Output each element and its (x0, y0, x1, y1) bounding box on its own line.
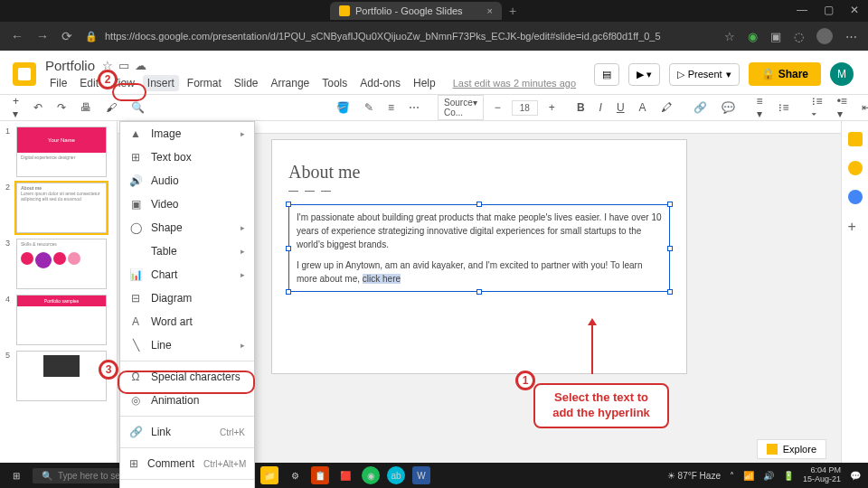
office-icon[interactable]: 📋 (311, 466, 329, 484)
border-color-icon[interactable]: ✎ (361, 99, 377, 117)
notifications-icon[interactable]: 💬 (850, 471, 861, 481)
slideshow-dropdown[interactable]: ▶ ▾ (628, 63, 660, 86)
undo-icon[interactable]: ↶ (30, 99, 46, 117)
add-panel-icon[interactable]: + (848, 219, 863, 233)
print-icon[interactable]: 🖶 (77, 99, 95, 117)
body-paragraph-2[interactable]: I grew up in Anytown, am an avid kayaker… (297, 258, 662, 286)
insert-line[interactable]: ╲Line▸ (120, 333, 254, 357)
new-slide-button[interactable]: + ▾ (9, 92, 23, 123)
menu-insert[interactable]: Insert (143, 75, 179, 91)
profile-icon[interactable] (816, 28, 833, 44)
insert-table[interactable]: Table▸ (120, 239, 254, 263)
decrease-size-icon[interactable]: − (491, 99, 505, 117)
redo-icon[interactable]: ↷ (53, 99, 70, 117)
user-avatar[interactable]: M (830, 62, 854, 86)
keep-icon[interactable] (848, 161, 863, 175)
ext1-icon[interactable]: ◉ (748, 30, 758, 43)
insert-shape[interactable]: ◯Shape▸ (120, 216, 254, 239)
tasks-icon[interactable] (848, 190, 863, 204)
insert-diagram[interactable]: ⊟Diagram (120, 286, 254, 310)
numbered-list-icon[interactable]: ⫶≡ ▾ (807, 92, 826, 123)
ext3-icon[interactable]: ◌ (794, 30, 804, 43)
body-paragraph-1[interactable]: I'm passionate about building great prod… (297, 211, 662, 251)
insert-wordart[interactable]: AWord art (120, 310, 254, 333)
bold-icon[interactable]: B (573, 99, 589, 117)
ext2-icon[interactable]: ▣ (770, 30, 781, 43)
thumbnail-2[interactable]: About meLorem ipsum dolor sit amet conse… (16, 183, 107, 233)
back-icon[interactable]: ← (11, 29, 24, 43)
menu-addons[interactable]: Add-ons (355, 75, 405, 91)
explore-button[interactable]: Explore (757, 439, 826, 459)
explorer-icon[interactable]: 📁 (260, 466, 278, 484)
app-icon-2[interactable]: 🟥 (336, 466, 354, 484)
border-dash-icon[interactable]: ⋯ (405, 99, 423, 117)
paint-format-icon[interactable]: 🖌 (102, 99, 120, 117)
font-size-input[interactable]: 18 (512, 100, 538, 116)
favorite-icon[interactable]: ☆ (724, 30, 735, 43)
thumbnail-1[interactable]: Your Name Digital experience designer (16, 127, 107, 177)
zoom-icon[interactable]: 🔍 (127, 99, 148, 117)
highlight-icon[interactable]: 🖍 (657, 99, 675, 117)
comment-icon[interactable]: 💬 (718, 99, 739, 117)
insert-audio[interactable]: 🔊Audio (120, 169, 254, 192)
resize-handle[interactable] (667, 202, 673, 207)
calendar-icon[interactable] (848, 132, 863, 146)
thumbnail-4[interactable]: Portfolio samples (16, 295, 107, 345)
tray-chevron-icon[interactable]: ˄ (730, 471, 734, 481)
present-button[interactable]: ▷ Present ▾ (669, 63, 740, 86)
resize-handle[interactable] (667, 289, 673, 295)
menu-tools[interactable]: Tools (317, 75, 352, 91)
volume-icon[interactable]: 🔊 (763, 471, 774, 481)
selected-text-box[interactable]: I'm passionate about building great prod… (288, 204, 670, 292)
insert-image[interactable]: ▲Image▸ (120, 122, 254, 145)
comments-button[interactable]: ▤ (594, 63, 619, 86)
share-button[interactable]: 🔒 Share (749, 62, 821, 86)
border-weight-icon[interactable]: ≡ (384, 99, 398, 117)
insert-video[interactable]: ▣Video (120, 192, 254, 216)
cloud-icon[interactable]: ☁ (135, 59, 146, 72)
weather-widget[interactable]: ☀ 87°F Haze (667, 471, 721, 481)
more-icon[interactable]: ⋯ (845, 30, 857, 43)
increase-size-icon[interactable]: + (545, 99, 559, 117)
menu-format[interactable]: Format (183, 75, 226, 91)
font-selector[interactable]: Source Co...▾ (438, 95, 484, 120)
url-field[interactable]: 🔒 https://docs.google.com/presentation/d… (85, 31, 712, 42)
slide-title-text[interactable]: About me (288, 162, 670, 183)
forward-icon[interactable]: → (36, 29, 49, 43)
wifi-icon[interactable]: 📶 (743, 471, 754, 481)
reload-icon[interactable]: ⟳ (61, 29, 72, 43)
app-icon-3[interactable]: ab (387, 466, 405, 484)
line-spacing-icon[interactable]: ⫶≡ (774, 99, 793, 117)
insert-textbox[interactable]: ⊞Text box (120, 145, 254, 169)
decrease-indent-icon[interactable]: ⇤ (858, 99, 868, 117)
text-color-icon[interactable]: A (636, 99, 650, 117)
slides-logo-icon[interactable] (13, 62, 36, 86)
link-icon[interactable]: 🔗 (690, 99, 711, 117)
resize-handle[interactable] (286, 202, 291, 207)
fill-color-icon[interactable]: 🪣 (333, 99, 354, 117)
browser-tab[interactable]: Portfolio - Google Slides × (330, 2, 502, 20)
underline-icon[interactable]: U (613, 99, 628, 117)
slide-editor[interactable]: About me — — — I'm passionate about buil… (271, 139, 687, 374)
clock[interactable]: 6:04 PM 15-Aug-21 (803, 466, 841, 484)
maximize-icon[interactable]: ▢ (824, 4, 834, 16)
move-icon[interactable]: ▭ (118, 59, 129, 72)
insert-chart[interactable]: 📊Chart▸ (120, 263, 254, 286)
word-icon[interactable]: W (412, 466, 430, 484)
menu-arrange[interactable]: Arrange (267, 75, 315, 91)
insert-link[interactable]: 🔗LinkCtrl+K (120, 420, 254, 444)
start-icon[interactable]: ⊞ (7, 466, 25, 484)
menu-slide[interactable]: Slide (230, 75, 263, 91)
document-title[interactable]: Portfolio (45, 58, 95, 73)
resize-handle[interactable] (476, 289, 482, 295)
resize-handle[interactable] (286, 289, 291, 295)
insert-comment[interactable]: ⊞CommentCtrl+Alt+M (120, 452, 254, 475)
minimize-icon[interactable]: — (797, 4, 807, 16)
battery-icon[interactable]: 🔋 (783, 471, 794, 481)
thumbnail-5[interactable] (16, 351, 107, 401)
thumbnail-3[interactable]: Skills & resources (16, 239, 107, 289)
insert-new-slide[interactable]: New slideCtrl+M (120, 483, 254, 488)
resize-handle[interactable] (667, 246, 673, 251)
close-tab-icon[interactable]: × (487, 5, 493, 16)
bulleted-list-icon[interactable]: •≡ ▾ (834, 92, 851, 123)
